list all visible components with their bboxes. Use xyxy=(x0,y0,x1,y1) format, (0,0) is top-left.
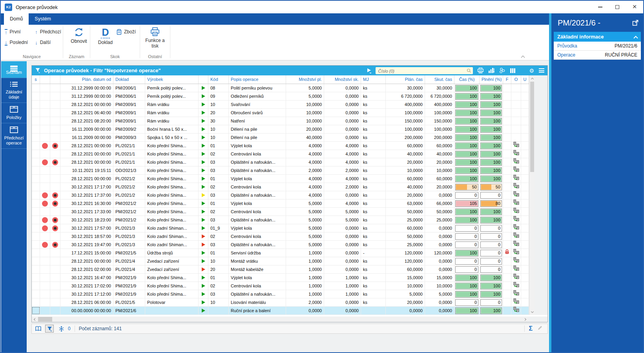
column-header-document[interactable]: Doklad xyxy=(113,75,145,84)
table-row[interactable]: 30.12.2021 17:57:00PL/2021/3Kolo zadní S… xyxy=(32,224,529,232)
cell-flag-a xyxy=(40,92,50,100)
scroll-down-button[interactable] xyxy=(529,309,535,315)
sidebar-item-zakladni-udaje[interactable]: Základní údaje xyxy=(1,78,27,103)
tab-system[interactable]: Systém xyxy=(29,13,57,25)
cell-qty-plan: 4,0000 xyxy=(286,158,324,166)
book-view-icon[interactable] xyxy=(35,326,42,331)
table-row[interactable]: 31.12.2999 00:00:00PM/2006/1Perník polit… xyxy=(32,84,529,92)
table-row[interactable]: 30.12.2021 19:47:00PL/2021/3Kolo zadní S… xyxy=(32,241,529,249)
tab-domu[interactable]: Domů xyxy=(4,13,29,25)
funkce-a-tisk-button[interactable]: Funkce a tisk xyxy=(144,27,166,49)
table-row[interactable]: 30.12.2021 18:57:00PL/2021/3Kolo zadní S… xyxy=(32,232,529,241)
table-row[interactable]: 16.11.2009 00:00:00PM/2009/2Boční hrana … xyxy=(32,125,529,134)
table-row[interactable]: 30.12.2021 17:37:00PL/2021/2Kolo přední … xyxy=(32,191,529,199)
table-row[interactable]: 30.12.2021 16:30:00PM/2021/2Kolo přední … xyxy=(32,199,529,208)
vertical-scrollbar[interactable] xyxy=(529,75,535,315)
print-grid-icon[interactable] xyxy=(477,68,484,73)
vertical-scroll-thumb[interactable] xyxy=(530,82,534,172)
table-row[interactable]: 30.12.2021 17:33:00PM/2021/2Kolo přední … xyxy=(32,208,529,216)
chart-icon[interactable] xyxy=(488,68,494,73)
cell-time-actual: 6 720,0000 xyxy=(425,92,454,100)
last-button[interactable]: ↓ Poslední xyxy=(5,39,28,46)
column-header-state[interactable] xyxy=(199,75,208,84)
doklad-button[interactable]: D Doklad xyxy=(94,27,117,45)
column-header-operation[interactable]: Popis operace xyxy=(229,75,286,84)
table-row[interactable]: 28.12.2021 00:00:00PL/2021/4Zvedací zaří… xyxy=(32,257,529,265)
scroll-right-button[interactable] xyxy=(523,316,528,322)
settings-gear-icon[interactable]: ⚙ xyxy=(529,68,534,73)
first-button[interactable]: ↑ První xyxy=(5,28,28,35)
table-row[interactable]: 30.12.2021 17:02:00PM/2021/9Kolo přední … xyxy=(32,282,529,290)
apply-filter-icon[interactable] xyxy=(367,68,372,73)
column-header-u[interactable]: U xyxy=(521,75,529,84)
table-row[interactable]: 10.11.2021 19:15:11OD/2021/3Kolo přední … xyxy=(32,166,529,175)
column-header-flag-a[interactable] xyxy=(40,75,50,84)
column-header-f[interactable]: F xyxy=(503,75,511,84)
cell-product: Kolo přední Shima... xyxy=(145,175,199,183)
column-header-code[interactable]: Kód xyxy=(208,75,229,84)
filter-toggle-button[interactable] xyxy=(45,325,54,333)
table-row[interactable]: 28.12.2021 02:00:00PL/2021/4Zvedací zaří… xyxy=(32,265,529,274)
column-header-product[interactable]: Výrobek xyxy=(145,75,199,84)
table-row[interactable]: 30.12.2021 16:47:00PM/2021/9Kolo přední … xyxy=(32,274,529,282)
open-in-window-icon[interactable] xyxy=(632,20,639,27)
freeze-icon[interactable] xyxy=(58,326,64,332)
cell-flag-b xyxy=(50,282,60,290)
table-row[interactable]: 30.12.2021 18:23:00PM/2021/2Kolo přední … xyxy=(32,216,529,224)
cell-time-plan: 10,0000 xyxy=(386,282,425,290)
horizontal-scroll-thumb[interactable] xyxy=(38,317,52,322)
cell-time-pct: 0 xyxy=(454,298,480,306)
table-row[interactable]: 28.12.2021 06:40:00PM/2009/1Rám vrátku20… xyxy=(32,109,529,117)
next-button[interactable]: ↓ Další xyxy=(35,39,61,46)
table-row[interactable]: 30.12.2021 17:12:00PM/2021/9Kolo přední … xyxy=(32,290,529,298)
sidebar-item-predchozi-operace[interactable]: Předchozí operace xyxy=(1,123,27,149)
column-header-fulfillment-pct[interactable]: Plnění (%) xyxy=(480,75,503,84)
panel-section-header[interactable]: Základní informace xyxy=(554,32,641,42)
table-row[interactable]: 31.12.2999 00:00:00PM/2006/1Perník polit… xyxy=(32,92,529,101)
columns-icon[interactable] xyxy=(510,68,516,73)
table-row[interactable]: 28.12.2021 00:00:00PL/2021/1Kolo přední … xyxy=(32,142,529,150)
sidebar-item-polozky[interactable]: Položky xyxy=(1,103,27,123)
column-header-qty-actual[interactable]: Množství sk. xyxy=(324,75,361,84)
column-header-qty-plan[interactable]: Množství pl. xyxy=(286,75,324,84)
previous-button[interactable]: ↑ Předchozí xyxy=(35,28,61,35)
cell-state xyxy=(199,125,208,133)
scroll-left-button[interactable] xyxy=(32,316,37,322)
table-row[interactable]: 28.12.2021 00:00:00PM/2009/1Rám vrátku10… xyxy=(32,101,529,109)
table-row[interactable]: 16.11.2009 00:00:00PM/2009/3Spojka L 50 … xyxy=(32,134,529,142)
table-row[interactable]: 17.12.2021 15:00:00PM/2021/5Údržba stroj… xyxy=(32,249,529,257)
table-row[interactable]: 30.12.2021 17:17:00PL/2021/2Kolo přední … xyxy=(32,183,529,191)
horizontal-scrollbar[interactable] xyxy=(32,316,528,322)
ribbon-collapse-button[interactable] xyxy=(522,53,525,57)
sum-button[interactable]: Σ xyxy=(529,325,533,332)
column-header-flag-b[interactable] xyxy=(50,75,60,84)
column-header-o[interactable]: O xyxy=(511,75,521,84)
column-header-time-pct[interactable]: Čas (%) xyxy=(454,75,480,84)
filter-icon[interactable] xyxy=(35,68,41,73)
column-header-time-actual[interactable]: Skut. čas xyxy=(425,75,454,84)
table-row[interactable]: 28.12.2021 00:00:00PL/2021/1Kolo přední … xyxy=(32,150,529,158)
column-header-plan-date[interactable]: Plán. datum od xyxy=(60,75,113,84)
grid-rows: 31.12.2999 00:00:00PM/2006/1Perník polit… xyxy=(32,84,529,315)
cell-o xyxy=(511,117,521,125)
table-row[interactable]: 00.00.0000 00:00:00PM/2021/6Ruční práce … xyxy=(32,307,529,315)
minimize-button[interactable] xyxy=(591,1,609,13)
table-row[interactable]: 28.12.2021 00:00:00PL/2021/1Kolo přední … xyxy=(32,158,529,166)
column-header-unit[interactable]: MJ xyxy=(361,75,386,84)
grid-menu-icon[interactable] xyxy=(539,68,544,74)
table-row[interactable]: 28.12.2021 08:20:00PM/2009/1Rám vrátku30… xyxy=(32,117,529,125)
close-button[interactable] xyxy=(626,1,643,13)
column-header-select[interactable]: s xyxy=(32,75,40,84)
maximize-button[interactable] xyxy=(609,1,626,13)
refresh-button[interactable]: Obnovit xyxy=(67,27,91,44)
table-row[interactable]: 28.12.2021 06:00:00PL/2021/5Polotovar10L… xyxy=(32,298,529,307)
cell-code: 10 xyxy=(208,257,229,265)
search-input[interactable] xyxy=(376,68,473,75)
cell-o xyxy=(511,175,521,183)
analysis-icon[interactable] xyxy=(499,68,505,73)
table-row[interactable]: 28.12.2021 00:00:00PL/2021/2Kolo přední … xyxy=(32,175,529,183)
zbozi-button[interactable]: Zboží xyxy=(117,28,136,35)
sidebar-item-seznam[interactable]: Seznam xyxy=(1,61,27,78)
scroll-up-button[interactable] xyxy=(529,75,535,81)
column-header-time-plan[interactable]: Plán. čas xyxy=(386,75,425,84)
